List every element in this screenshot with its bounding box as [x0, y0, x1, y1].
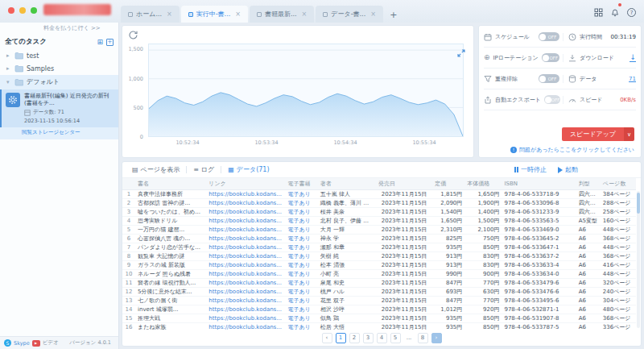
cell-link[interactable]: https://bookclub.kodans... [206, 296, 285, 305]
speed-label: スピード [580, 96, 603, 104]
tab-home[interactable]: ホーム... × [121, 6, 180, 23]
dedup-toggle[interactable]: OFF [539, 74, 559, 83]
tab-label: ページを表示 [141, 165, 180, 174]
cell-base_price: 850円 [464, 243, 502, 251]
close-icon[interactable]: × [167, 10, 172, 18]
toggle-state: OFF [551, 98, 560, 102]
close-icon[interactable]: × [370, 10, 376, 18]
page-button-5[interactable]: 5 [390, 333, 401, 343]
cell-link[interactable]: https://bookclub.kodans... [206, 207, 285, 216]
page-button-2[interactable]: 2 [349, 333, 360, 343]
cell-link[interactable]: https://bookclub.kodans... [206, 322, 285, 330]
cell-pages: 416ページ [601, 260, 636, 269]
task-list-item[interactable]: 書籍最新刊(編集) 近日発売の新刊(書籍をチ... データ数: 71 2023-… [0, 89, 118, 127]
auto-export-toggle[interactable]: OFF [544, 95, 561, 104]
video-label[interactable]: ビデオ [43, 339, 59, 347]
tab-label: ログ [201, 165, 214, 174]
speed-up-button[interactable]: スピードアップ ∨ [562, 127, 634, 141]
table-scrollbar[interactable] [637, 191, 640, 328]
cell-link[interactable]: https://bookclub.kodans... [206, 269, 285, 278]
tab-data[interactable]: ▦ データ(71) [225, 165, 272, 174]
cell-link[interactable]: https://bookclub.kodans... [206, 305, 285, 314]
cell-link[interactable]: https://bookclub.kodans... [206, 260, 285, 269]
expand-icon[interactable] [457, 45, 467, 55]
cell-price: 847円 [432, 278, 464, 287]
help-icon[interactable]: ? [627, 8, 636, 17]
cell-ebook: 電子あり [286, 198, 318, 207]
cell-title: 観覧車 大記憶の謎 [135, 251, 206, 260]
tab-bar: ホーム... × 実行中-書... × 書籍最新... × データ-書... ×… [121, 3, 400, 23]
skype-label[interactable]: Skype [14, 340, 30, 347]
cell-price: 2,310円 [432, 225, 464, 234]
sidebar-folder-samples[interactable]: ▸ Samples [0, 62, 118, 75]
close-icon[interactable]: × [302, 10, 308, 18]
cell-link[interactable]: https://bookclub.kodans... [206, 189, 285, 198]
page-button-4[interactable]: 4 [377, 333, 387, 343]
window-maximize-button[interactable] [31, 7, 37, 14]
cell-price: 913円 [432, 251, 464, 260]
notification-bell-icon[interactable] [610, 5, 620, 20]
cell-link[interactable]: https://bookclub.kodans... [206, 234, 285, 243]
cell-isbn: 978-4-06-533495-6 [502, 296, 576, 305]
add-task-icon[interactable]: + [106, 39, 114, 46]
cell-date: 2023年11月15日 [376, 189, 432, 198]
schedule-toggle[interactable]: OFF [539, 32, 559, 41]
cell-base_price: 1,900円 [464, 198, 502, 207]
task-title: 書籍最新刊(編集) 近日発売の新刊(書籍をチ... [24, 93, 109, 106]
tab-log[interactable]: ≡ ログ [190, 165, 217, 174]
cell-no: 15 [122, 314, 135, 322]
cell-author: 織橋 義孝、薄川 凌... [318, 198, 376, 207]
tab-running-task[interactable]: 実行中-書... × [181, 6, 248, 23]
trouble-help-link[interactable]: ! 問題があったらここをクリックしてください [510, 146, 634, 154]
cell-title: 嘘をついたのは、初め... [135, 207, 206, 216]
download-action-icon[interactable]: ↓ [630, 54, 636, 62]
apps-grid-icon[interactable] [594, 8, 603, 17]
view-grid-icon[interactable]: ⊞ [97, 39, 103, 46]
scrollbar-thumb[interactable] [637, 193, 640, 214]
close-icon[interactable]: × [235, 10, 241, 18]
page-next-button[interactable]: › [431, 333, 442, 343]
cell-link[interactable]: https://bookclub.kodans... [206, 225, 285, 234]
page-button-3[interactable]: 3 [363, 333, 374, 343]
tab-task-edit[interactable]: 書籍最新... × [250, 6, 314, 23]
page-button-8[interactable]: 8 [418, 333, 428, 343]
cell-link[interactable]: https://bookclub.kodans... [206, 251, 285, 260]
chevron-right-icon: ▸ [6, 52, 11, 59]
tab-data[interactable]: データ-書... × [316, 6, 383, 23]
pause-button[interactable]: 一時停止 [514, 165, 547, 174]
sidebar-folder-default[interactable]: ▾ デフォルト [0, 75, 118, 89]
page-prev-button[interactable]: ‹ [322, 333, 332, 343]
window-minimize-button[interactable] [19, 7, 26, 14]
video-icon[interactable]: ▶ [32, 340, 40, 347]
speed-row: スピード 0KB/s [563, 96, 636, 104]
cell-ebook: 電子あり [286, 189, 318, 198]
cell-date: 2023年11月15日 [376, 225, 432, 234]
skype-icon[interactable]: S [4, 339, 11, 347]
x-axis-label: 10:52:34 [175, 139, 199, 146]
runtime-readout: 実行時間 00:31:19 [563, 33, 636, 41]
cell-link[interactable]: https://bookclub.kodans... [206, 314, 285, 322]
sidebar-folder-test[interactable]: ▸ test [0, 49, 118, 62]
cell-link[interactable]: https://bookclub.kodans... [206, 198, 285, 207]
tab-show-page[interactable]: ▤ ページを表示 [129, 165, 183, 174]
page-button-1[interactable]: 1 [336, 333, 346, 343]
cell-link[interactable]: https://bookclub.kodans... [206, 216, 285, 225]
alert-icon: ! [510, 147, 517, 153]
data-count-value[interactable]: 71 [629, 76, 636, 82]
cell-link[interactable]: https://bookclub.kodans... [206, 278, 285, 287]
start-button[interactable]: 起動 [558, 165, 578, 174]
cell-link[interactable]: https://bookclub.kodans... [206, 243, 285, 251]
new-tab-button[interactable]: + [387, 8, 400, 21]
table-row: 16またね家族https://bookclub.kodans...電子あり松居 … [122, 322, 636, 330]
ip-rotation-toggle[interactable]: OFF [542, 53, 559, 62]
storage-center-link[interactable]: 閲覧ストレージセンター [0, 127, 118, 136]
cell-format: 四六変型 [576, 198, 601, 207]
page-ellipsis: ... [404, 333, 415, 343]
payment-link[interactable]: 料金を払うに行く >> [0, 23, 118, 35]
cell-title: ガラスの城 新装版 [135, 260, 206, 269]
window-close-button[interactable] [8, 7, 14, 14]
cell-link[interactable]: https://bookclub.kodans... [206, 287, 285, 296]
chevron-down-icon[interactable]: ∨ [624, 127, 634, 141]
cell-ebook: 電子あり [286, 269, 318, 278]
refresh-icon[interactable] [127, 29, 138, 40]
